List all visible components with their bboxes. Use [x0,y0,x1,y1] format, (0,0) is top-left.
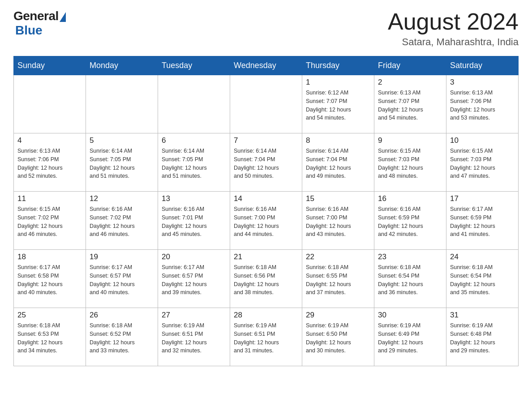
calendar-title-section: August 2024 Satara, Maharashtra, India [388,9,519,48]
day-number: 7 [234,136,298,145]
calendar-week-row: 11Sunrise: 6:15 AMSunset: 7:02 PMDayligh… [14,192,519,250]
calendar-cell [14,75,86,133]
calendar-cell: 3Sunrise: 6:13 AMSunset: 7:06 PMDaylight… [446,75,519,133]
day-number: 28 [234,311,298,320]
day-number: 19 [90,253,154,261]
day-number: 12 [90,194,154,203]
calendar-week-row: 1Sunrise: 6:12 AMSunset: 7:07 PMDaylight… [14,75,519,133]
day-number: 27 [162,311,226,320]
day-number: 23 [378,253,442,261]
calendar-cell: 10Sunrise: 6:15 AMSunset: 7:03 PMDayligh… [446,133,519,192]
logo-general-text: General [13,9,59,23]
calendar-cell: 24Sunrise: 6:18 AMSunset: 6:54 PMDayligh… [446,250,519,308]
day-number: 8 [306,136,370,145]
day-number: 5 [90,136,154,145]
day-number: 1 [306,78,370,87]
calendar-cell: 9Sunrise: 6:15 AMSunset: 7:03 PMDaylight… [374,133,446,192]
weekday-header-sunday: Sunday [14,56,86,75]
calendar-cell: 19Sunrise: 6:17 AMSunset: 6:57 PMDayligh… [86,250,158,308]
calendar-cell: 31Sunrise: 6:19 AMSunset: 6:48 PMDayligh… [446,308,519,366]
day-info: Sunrise: 6:16 AMSunset: 7:02 PMDaylight:… [90,205,154,239]
logo-triangle-icon [60,12,66,22]
calendar-cell: 2Sunrise: 6:13 AMSunset: 7:07 PMDaylight… [374,75,446,133]
day-number: 17 [450,194,515,203]
calendar-cell: 23Sunrise: 6:18 AMSunset: 6:54 PMDayligh… [374,250,446,308]
calendar-cell [86,75,158,133]
day-number: 15 [306,194,370,203]
calendar-cell: 16Sunrise: 6:16 AMSunset: 6:59 PMDayligh… [374,192,446,250]
calendar-header-row: SundayMondayTuesdayWednesdayThursdayFrid… [14,56,519,75]
day-number: 30 [378,311,442,320]
day-number: 20 [162,253,226,261]
day-number: 18 [17,253,82,261]
day-info: Sunrise: 6:19 AMSunset: 6:49 PMDaylight:… [378,321,442,355]
day-info: Sunrise: 6:14 AMSunset: 7:05 PMDaylight:… [90,147,154,180]
calendar-cell: 1Sunrise: 6:12 AMSunset: 7:07 PMDaylight… [302,75,374,133]
calendar-cell [158,75,230,133]
day-info: Sunrise: 6:17 AMSunset: 6:59 PMDaylight:… [450,205,515,239]
calendar-cell: 8Sunrise: 6:14 AMSunset: 7:04 PMDaylight… [302,133,374,192]
calendar-cell: 26Sunrise: 6:18 AMSunset: 6:52 PMDayligh… [86,308,158,366]
day-info: Sunrise: 6:19 AMSunset: 6:51 PMDaylight:… [234,321,298,355]
day-number: 22 [306,253,370,261]
calendar-cell: 12Sunrise: 6:16 AMSunset: 7:02 PMDayligh… [86,192,158,250]
day-info: Sunrise: 6:14 AMSunset: 7:05 PMDaylight:… [162,147,226,180]
day-info: Sunrise: 6:15 AMSunset: 7:03 PMDaylight:… [378,147,442,180]
weekday-header-monday: Monday [86,56,158,75]
day-info: Sunrise: 6:18 AMSunset: 6:52 PMDaylight:… [90,321,154,355]
logo-blue-text: Blue [15,23,43,38]
day-info: Sunrise: 6:13 AMSunset: 7:06 PMDaylight:… [17,147,82,180]
day-number: 21 [234,253,298,261]
calendar-cell: 29Sunrise: 6:19 AMSunset: 6:50 PMDayligh… [302,308,374,366]
day-number: 16 [378,194,442,203]
day-info: Sunrise: 6:16 AMSunset: 7:01 PMDaylight:… [162,205,226,239]
calendar-cell: 13Sunrise: 6:16 AMSunset: 7:01 PMDayligh… [158,192,230,250]
page-header: General Blue August 2024 Satara, Maharas… [13,9,519,48]
day-number: 29 [306,311,370,320]
day-info: Sunrise: 6:15 AMSunset: 7:03 PMDaylight:… [450,147,515,180]
calendar-month-year: August 2024 [388,9,519,34]
weekday-header-wednesday: Wednesday [230,56,302,75]
day-info: Sunrise: 6:14 AMSunset: 7:04 PMDaylight:… [234,147,298,180]
day-info: Sunrise: 6:19 AMSunset: 6:50 PMDaylight:… [306,321,370,355]
calendar-cell: 15Sunrise: 6:16 AMSunset: 7:00 PMDayligh… [302,192,374,250]
day-number: 24 [450,253,515,261]
day-number: 26 [90,311,154,320]
day-info: Sunrise: 6:18 AMSunset: 6:55 PMDaylight:… [306,263,370,297]
day-number: 2 [378,78,442,87]
calendar-cell: 28Sunrise: 6:19 AMSunset: 6:51 PMDayligh… [230,308,302,366]
day-info: Sunrise: 6:19 AMSunset: 6:51 PMDaylight:… [162,321,226,355]
day-info: Sunrise: 6:18 AMSunset: 6:54 PMDaylight:… [378,263,442,297]
day-info: Sunrise: 6:18 AMSunset: 6:54 PMDaylight:… [450,263,515,297]
calendar-cell: 27Sunrise: 6:19 AMSunset: 6:51 PMDayligh… [158,308,230,366]
day-info: Sunrise: 6:15 AMSunset: 7:02 PMDaylight:… [17,205,82,239]
calendar-week-row: 4Sunrise: 6:13 AMSunset: 7:06 PMDaylight… [14,133,519,192]
calendar-cell: 20Sunrise: 6:17 AMSunset: 6:57 PMDayligh… [158,250,230,308]
calendar-week-row: 18Sunrise: 6:17 AMSunset: 6:58 PMDayligh… [14,250,519,308]
day-info: Sunrise: 6:17 AMSunset: 6:57 PMDaylight:… [90,263,154,297]
day-info: Sunrise: 6:13 AMSunset: 7:06 PMDaylight:… [450,89,515,122]
day-number: 6 [162,136,226,145]
day-number: 13 [162,194,226,203]
calendar-cell: 22Sunrise: 6:18 AMSunset: 6:55 PMDayligh… [302,250,374,308]
day-info: Sunrise: 6:16 AMSunset: 7:00 PMDaylight:… [234,205,298,239]
day-info: Sunrise: 6:18 AMSunset: 6:53 PMDaylight:… [17,321,82,355]
day-info: Sunrise: 6:16 AMSunset: 7:00 PMDaylight:… [306,205,370,239]
day-info: Sunrise: 6:12 AMSunset: 7:07 PMDaylight:… [306,89,370,122]
day-number: 14 [234,194,298,203]
calendar-cell: 30Sunrise: 6:19 AMSunset: 6:49 PMDayligh… [374,308,446,366]
calendar-cell [230,75,302,133]
day-info: Sunrise: 6:16 AMSunset: 6:59 PMDaylight:… [378,205,442,239]
calendar-cell: 17Sunrise: 6:17 AMSunset: 6:59 PMDayligh… [446,192,519,250]
calendar-location: Satara, Maharashtra, India [388,36,519,48]
day-number: 31 [450,311,515,320]
calendar-cell: 11Sunrise: 6:15 AMSunset: 7:02 PMDayligh… [14,192,86,250]
weekday-header-tuesday: Tuesday [158,56,230,75]
day-info: Sunrise: 6:14 AMSunset: 7:04 PMDaylight:… [306,147,370,180]
day-info: Sunrise: 6:19 AMSunset: 6:48 PMDaylight:… [450,321,515,355]
weekday-header-thursday: Thursday [302,56,374,75]
calendar-cell: 7Sunrise: 6:14 AMSunset: 7:04 PMDaylight… [230,133,302,192]
weekday-header-friday: Friday [374,56,446,75]
day-info: Sunrise: 6:17 AMSunset: 6:57 PMDaylight:… [162,263,226,297]
day-number: 10 [450,136,515,145]
